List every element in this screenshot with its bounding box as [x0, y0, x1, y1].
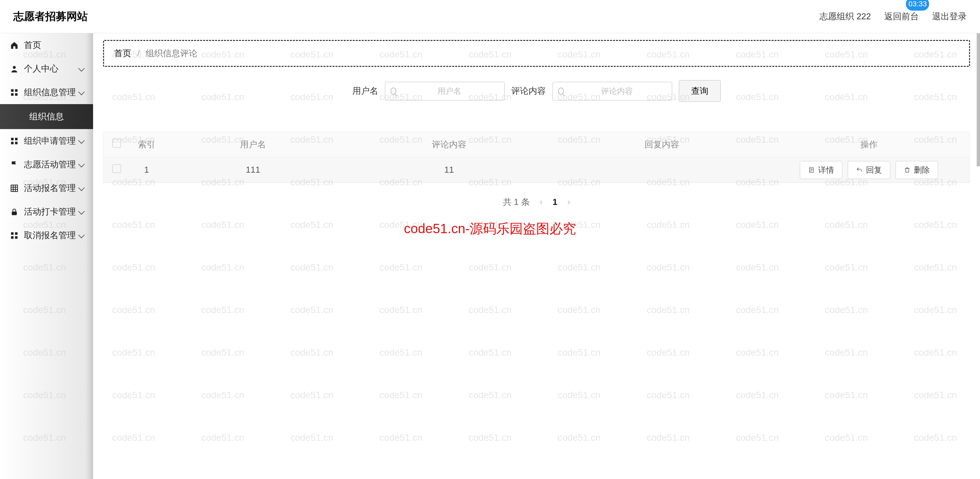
- sidebar-item-home[interactable]: 首页: [0, 33, 93, 57]
- search-comment-input[interactable]: [567, 86, 667, 96]
- sidebar-item-label: 活动报名管理: [24, 182, 76, 194]
- logout-link[interactable]: 退出登录: [932, 11, 967, 22]
- sidebar: 首页 个人中心 组织信息管理 组织信息 组织申请管理 志愿活动管理 活动报名管理…: [0, 33, 93, 479]
- svg-rect-12: [15, 232, 18, 235]
- cell-content: 11: [343, 164, 555, 175]
- cell-ops: 详情 回复 删除: [768, 161, 970, 179]
- pagination-total: 共 1 条: [503, 196, 530, 208]
- svg-rect-11: [11, 232, 14, 235]
- sidebar-item-label: 组织信息管理: [24, 86, 76, 98]
- col-reply: 回复内容: [555, 139, 768, 150]
- prev-page[interactable]: ‹: [540, 197, 543, 207]
- svg-rect-13: [11, 236, 14, 239]
- cell-idx: 1: [130, 164, 163, 175]
- svg-rect-1: [11, 89, 14, 92]
- search-user-input[interactable]: [399, 86, 499, 96]
- grid-icon: [10, 137, 19, 145]
- svg-rect-10: [12, 211, 17, 215]
- search-icon: [558, 88, 564, 95]
- next-page[interactable]: ›: [568, 197, 570, 207]
- search-user-box[interactable]: [385, 82, 504, 101]
- svg-rect-6: [15, 138, 18, 141]
- sidebar-subitem-org-info[interactable]: 组织信息: [0, 104, 93, 129]
- data-table: 索引 用户名 评论内容 回复内容 操作 1 111 11 详情: [103, 132, 970, 183]
- query-button[interactable]: 查询: [679, 80, 721, 102]
- lock-icon: [10, 208, 19, 216]
- pagination: 共 1 条 ‹ 1 ›: [103, 196, 970, 208]
- col-content: 评论内容: [343, 139, 555, 150]
- sidebar-item-label: 活动打卡管理: [24, 206, 76, 217]
- flag-icon: [10, 160, 19, 169]
- svg-rect-8: [15, 142, 18, 144]
- time-badge: 03:33: [906, 0, 929, 11]
- col-user: 用户名: [163, 139, 343, 150]
- search-user-label: 用户名: [352, 85, 378, 97]
- grid-icon: [10, 231, 19, 240]
- svg-rect-3: [11, 93, 14, 96]
- table-row: 1 111 11 详情 回复 删除: [103, 157, 970, 183]
- col-ops: 操作: [768, 139, 970, 150]
- header-right: 03:33 志愿组织 222 返回前台 退出登录: [819, 11, 967, 22]
- table-icon: [10, 184, 19, 193]
- scrollbar[interactable]: [977, 33, 980, 166]
- reply-button[interactable]: 回复: [848, 161, 890, 179]
- breadcrumb-sep: /: [137, 48, 140, 59]
- breadcrumb-current: 组织信息评论: [146, 48, 197, 59]
- page-current[interactable]: 1: [552, 197, 557, 207]
- svg-rect-4: [15, 93, 18, 96]
- svg-rect-9: [11, 185, 18, 192]
- sidebar-item-signup[interactable]: 活动报名管理: [0, 176, 93, 200]
- svg-point-0: [13, 66, 16, 69]
- search-row: 用户名 评论内容 查询: [103, 80, 970, 102]
- row-checkbox[interactable]: [112, 164, 121, 173]
- trash-icon: [904, 167, 910, 173]
- select-all-checkbox[interactable]: [112, 139, 121, 148]
- doc-icon: [808, 167, 815, 173]
- search-comment-label: 评论内容: [511, 85, 546, 97]
- content-area: 首页 / 组织信息评论 用户名 评论内容 查询 索引 用户名 评论内容: [93, 33, 980, 479]
- breadcrumb-home[interactable]: 首页: [114, 48, 131, 59]
- sidebar-item-checkin[interactable]: 活动打卡管理: [0, 200, 93, 224]
- detail-button[interactable]: 详情: [800, 161, 842, 179]
- org-label[interactable]: 志愿组织 222: [819, 11, 871, 22]
- svg-rect-5: [11, 138, 14, 141]
- header-bar: 志愿者招募网站 03:33 志愿组织 222 返回前台 退出登录: [0, 0, 980, 33]
- svg-rect-7: [11, 142, 14, 144]
- sidebar-item-label: 取消报名管理: [24, 230, 76, 241]
- breadcrumb: 首页 / 组织信息评论: [103, 40, 970, 67]
- search-icon: [391, 88, 396, 95]
- sidebar-item-org-info[interactable]: 组织信息管理: [0, 80, 93, 104]
- sidebar-item-org-apply[interactable]: 组织申请管理: [0, 129, 93, 153]
- cell-user: 111: [163, 164, 343, 175]
- sidebar-item-personal[interactable]: 个人中心: [0, 57, 93, 80]
- sidebar-item-volunteer-activity[interactable]: 志愿活动管理: [0, 153, 93, 176]
- user-icon: [10, 64, 19, 73]
- grid-icon: [10, 88, 19, 97]
- search-comment-box[interactable]: [552, 82, 672, 101]
- home-icon: [10, 41, 19, 49]
- reply-icon: [856, 167, 863, 173]
- site-title: 志愿者招募网站: [13, 9, 88, 24]
- return-front-link[interactable]: 返回前台: [884, 11, 919, 22]
- sidebar-item-label: 组织申请管理: [24, 135, 76, 147]
- sidebar-item-label: 个人中心: [24, 63, 59, 75]
- col-idx: 索引: [130, 139, 163, 150]
- svg-rect-2: [15, 89, 18, 92]
- svg-rect-14: [15, 236, 18, 239]
- sidebar-item-cancel-signup[interactable]: 取消报名管理: [0, 224, 93, 247]
- table-header-row: 索引 用户名 评论内容 回复内容 操作: [103, 132, 970, 157]
- sidebar-item-label: 首页: [24, 39, 41, 51]
- sidebar-item-label: 志愿活动管理: [24, 159, 76, 170]
- delete-button[interactable]: 删除: [896, 161, 938, 179]
